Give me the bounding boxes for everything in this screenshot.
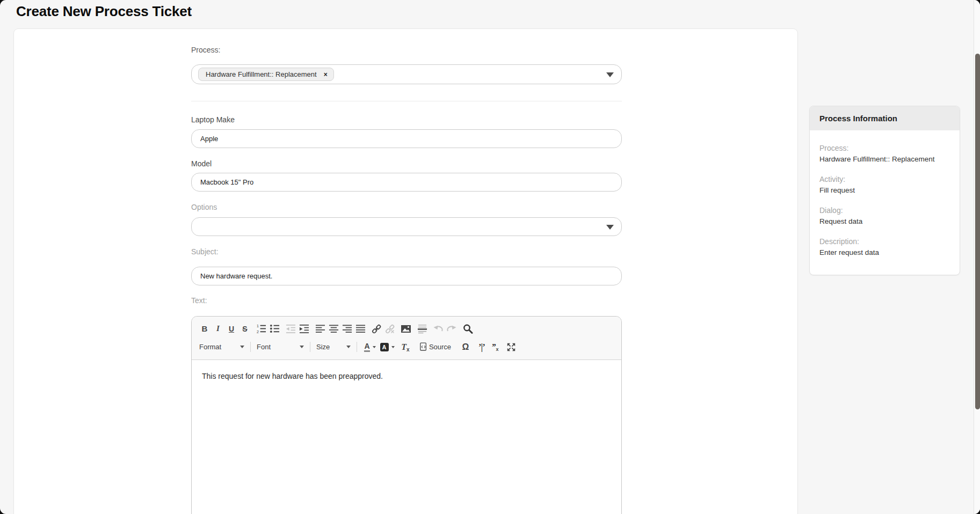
- source-button[interactable]: Source: [415, 341, 456, 354]
- strikethrough-icon[interactable]: S: [238, 322, 251, 335]
- align-right-icon[interactable]: [340, 322, 353, 335]
- laptop-make-label: Laptop Make: [191, 115, 235, 124]
- text-color-icon[interactable]: A: [362, 341, 378, 354]
- laptop-make-input[interactable]: [191, 129, 622, 148]
- editor-text: This request for new hardware has been p…: [202, 372, 383, 380]
- section-divider: [191, 101, 622, 101]
- toolbar-row-2: Format Font Size: [198, 339, 615, 355]
- size-dropdown[interactable]: Size: [315, 341, 352, 354]
- align-left-icon[interactable]: [314, 322, 326, 335]
- source-button-label: Source: [429, 343, 451, 351]
- subject-input[interactable]: [191, 267, 622, 285]
- process-label: Process:: [191, 46, 220, 54]
- svg-text:1: 1: [256, 324, 258, 328]
- sidebar-item-activity-value: Fill request: [819, 186, 950, 194]
- toolbar-separator: [250, 342, 251, 352]
- process-tag-label: Hardware Fulfillment:: Replacement: [206, 70, 317, 78]
- editor-content-area[interactable]: This request for new hardware has been p…: [192, 360, 621, 514]
- indent-icon[interactable]: [297, 322, 310, 335]
- toolbar-separator: [357, 342, 357, 352]
- search-icon[interactable]: [461, 322, 474, 335]
- italic-icon[interactable]: I: [212, 322, 224, 335]
- link-icon[interactable]: [370, 322, 383, 335]
- process-select[interactable]: Hardware Fulfillment:: Replacement ×: [191, 64, 622, 84]
- bulleted-list-icon[interactable]: [268, 322, 281, 335]
- sidebar-item-activity-label: Activity:: [819, 175, 950, 183]
- chevron-down-icon: [240, 346, 244, 348]
- source-icon: [420, 342, 427, 351]
- process-selected-tag: Hardware Fulfillment:: Replacement ×: [198, 68, 334, 81]
- form-column: Process: Hardware Fulfillment:: Replacem…: [191, 29, 622, 514]
- chevron-down-icon: [300, 346, 304, 348]
- font-dropdown[interactable]: Font: [256, 341, 305, 354]
- toolbar-separator: [310, 342, 310, 352]
- sidebar-item-process-value: Hardware Fulfillment:: Replacement: [819, 155, 950, 163]
- chevron-down-icon: [346, 346, 351, 348]
- bold-icon[interactable]: B: [198, 322, 211, 335]
- svg-text:2: 2: [256, 330, 258, 334]
- underline-icon[interactable]: U: [225, 322, 238, 335]
- process-information-panel: Process Information Process: Hardware Fu…: [809, 106, 960, 275]
- subject-label: Subject:: [191, 247, 219, 256]
- ticket-form-card: Process: Hardware Fulfillment:: Replacem…: [13, 28, 798, 514]
- numbered-list-icon[interactable]: 12: [255, 322, 267, 335]
- chevron-down-icon: [606, 72, 614, 77]
- create-process-ticket-page: Create New Process Ticket Process: Hardw…: [0, 0, 980, 514]
- options-label: Options: [191, 203, 217, 211]
- sidebar-item-description-label: Description:: [819, 237, 950, 246]
- redo-icon[interactable]: [445, 322, 458, 335]
- chevron-down-icon: [373, 346, 376, 348]
- toolbar-row-1: B I U S 12: [198, 320, 615, 337]
- sidebar-item-dialog-value: Request data: [819, 217, 950, 225]
- image-icon[interactable]: [400, 322, 412, 335]
- size-dropdown-label: Size: [316, 343, 330, 351]
- model-input[interactable]: [191, 173, 622, 192]
- page-title: Create New Process Ticket: [16, 3, 192, 20]
- unlink-icon[interactable]: [383, 322, 396, 335]
- align-center-icon[interactable]: [327, 322, 340, 335]
- outdent-icon[interactable]: [284, 322, 297, 335]
- remove-format-icon[interactable]: Tx: [399, 341, 412, 354]
- text-label: Text:: [191, 296, 207, 305]
- format-dropdown-label: Format: [199, 343, 221, 351]
- horizontal-rule-icon[interactable]: [416, 322, 429, 335]
- sidebar-item-description-value: Enter request data: [819, 248, 950, 256]
- sidebar-item-dialog-label: Dialog:: [819, 206, 950, 215]
- font-dropdown-label: Font: [257, 343, 271, 351]
- options-select[interactable]: [191, 217, 622, 236]
- editor-toolbar: B I U S 12: [192, 317, 621, 360]
- undo-icon[interactable]: [432, 322, 445, 335]
- scrollbar-track[interactable]: [974, 0, 980, 514]
- format-dropdown[interactable]: Format: [198, 341, 245, 354]
- scrollbar-thumb[interactable]: [975, 54, 980, 409]
- remove-quote-icon[interactable]: ’’x: [489, 341, 502, 354]
- chevron-down-icon: [391, 346, 395, 348]
- remove-tag-icon[interactable]: ×: [324, 71, 328, 78]
- background-color-icon[interactable]: A: [379, 341, 396, 354]
- maximize-icon[interactable]: [505, 341, 518, 354]
- rich-text-editor: B I U S 12: [191, 316, 622, 514]
- split-quote-icon[interactable]: ’|’: [475, 341, 488, 354]
- justify-icon[interactable]: [354, 322, 367, 335]
- model-label: Model: [191, 159, 212, 168]
- special-character-icon[interactable]: Ω: [459, 341, 472, 354]
- sidebar-item-process-label: Process:: [819, 144, 950, 152]
- sidebar-body: Process: Hardware Fulfillment:: Replacem…: [810, 130, 960, 275]
- sidebar-header: Process Information: [810, 106, 960, 130]
- chevron-down-icon: [606, 225, 614, 230]
